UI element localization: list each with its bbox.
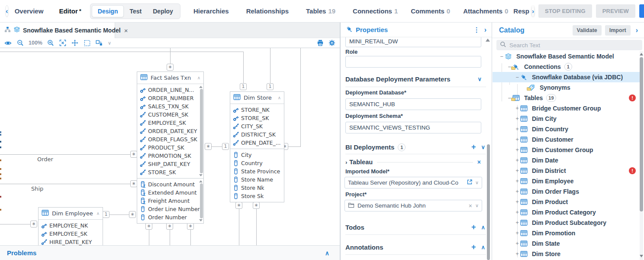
expand-plus-icon[interactable]: + bbox=[514, 168, 520, 174]
deployment-database-field[interactable] bbox=[345, 98, 481, 110]
save-button[interactable]: SAVE bbox=[639, 4, 644, 18]
stop-editing-button[interactable]: STOP EDITING bbox=[538, 4, 592, 18]
kebab-menu-icon[interactable]: ⋮ bbox=[469, 26, 484, 34]
nav-comments[interactable]: Comments0 bbox=[411, 7, 450, 15]
entity-table-fact-sales-txn[interactable]: Fact Sales Txn∧ORDER_LINE_N...ORDER_NUMB… bbox=[137, 72, 204, 224]
expand-plus-icon[interactable]: + bbox=[514, 136, 520, 143]
expand-plus-icon[interactable]: + bbox=[514, 240, 520, 247]
settings-gear-icon[interactable] bbox=[328, 39, 335, 47]
entity-field[interactable]: EMPLOYEE_NK bbox=[39, 221, 103, 230]
auto-layout-icon[interactable] bbox=[96, 39, 103, 47]
nav-scroll-right-button[interactable]: › bbox=[532, 6, 534, 16]
entity-table-header[interactable]: Fact Sales Txn∧ bbox=[137, 72, 203, 84]
tree-item-dim-country[interactable]: +Dim Country bbox=[493, 124, 640, 134]
entity-field[interactable]: DISTRICT_SK bbox=[230, 130, 284, 139]
bi-collapse-chevron-icon[interactable]: ∨ bbox=[481, 144, 485, 150]
nav-relationships[interactable]: Relationships bbox=[246, 7, 289, 15]
tab-close-icon[interactable]: × bbox=[124, 27, 128, 34]
problems-bar[interactable]: Problems ∧ bbox=[0, 245, 340, 260]
visibility-eye-icon[interactable] bbox=[4, 39, 12, 47]
zoom-in-icon[interactable] bbox=[47, 39, 55, 47]
print-icon[interactable] bbox=[316, 39, 324, 47]
entity-field[interactable]: ΣDiscount Amount bbox=[137, 180, 203, 188]
scroll-down-arrow[interactable] bbox=[199, 219, 203, 221]
scroll-up-arrow[interactable] bbox=[486, 39, 490, 42]
table-scrollbar[interactable] bbox=[200, 180, 203, 221]
entity-field[interactable]: EMPLOYEE_SK bbox=[137, 119, 203, 127]
properties-collapse-chevron-icon[interactable]: › bbox=[484, 26, 486, 34]
entity-field[interactable]: ΣFreight Amount bbox=[137, 197, 203, 205]
clear-project-icon[interactable]: × bbox=[469, 202, 472, 209]
tree-item-dim-customer[interactable]: +Dim Customer bbox=[493, 134, 640, 145]
nav-editor[interactable]: Editor bbox=[59, 7, 77, 15]
tree-item-dim-state[interactable]: +Dim State bbox=[493, 238, 640, 249]
validate-button[interactable]: Validate bbox=[573, 25, 602, 36]
tree-item-dim-customer-group[interactable]: +Dim Customer Group bbox=[493, 145, 640, 155]
entity-field[interactable]: ORDER_DATE_KEY bbox=[137, 127, 203, 135]
tab-test[interactable]: Test bbox=[124, 6, 147, 17]
properties-scrollbar[interactable] bbox=[487, 144, 490, 260]
deployment-schema-field[interactable] bbox=[345, 122, 481, 133]
entity-field[interactable]: City bbox=[230, 151, 284, 159]
tree-item-dim-promotion[interactable]: +Dim Promotion bbox=[493, 228, 640, 238]
expand-plus-icon[interactable]: + bbox=[514, 126, 520, 132]
entity-table-header[interactable]: Dim Employee∧ bbox=[39, 208, 103, 220]
entity-field[interactable]: ORDER_LINE_N... bbox=[137, 86, 203, 94]
nav-overview[interactable]: Overview bbox=[15, 7, 44, 15]
role-field[interactable] bbox=[345, 56, 481, 68]
catalog-search[interactable] bbox=[496, 40, 642, 50]
entity-field[interactable]: STORE_NK bbox=[230, 106, 284, 114]
tableau-expand-chevron-icon[interactable]: › bbox=[345, 159, 347, 166]
expand-plus-icon[interactable]: + bbox=[514, 209, 520, 215]
search-input[interactable] bbox=[509, 42, 639, 49]
annotations-collapse-chevron-icon[interactable]: ∧ bbox=[481, 244, 485, 250]
imported-model-select[interactable]: Tableau Server (Repository) and Cloud-Co… bbox=[345, 177, 482, 188]
diagram-canvas[interactable]: OrderShipFact Sales Txn∧ORDER_LINE_N...O… bbox=[0, 48, 340, 245]
collapse-minus-icon[interactable]: − bbox=[514, 74, 520, 80]
todos-collapse-chevron-icon[interactable]: ∧ bbox=[481, 224, 485, 231]
expand-plus-icon[interactable]: + bbox=[514, 116, 520, 122]
entity-field[interactable]: Country bbox=[230, 159, 284, 167]
entity-table-header[interactable]: Dim Store∧ bbox=[230, 92, 284, 104]
entity-field[interactable]: HIRE_DATE_KEY bbox=[39, 238, 103, 245]
entity-field[interactable]: SALES_TXN_SK bbox=[137, 102, 203, 110]
entity-field[interactable]: PROMOTION_SK bbox=[137, 152, 203, 160]
entity-field[interactable]: Store Name bbox=[230, 176, 284, 184]
layout-dropdown-chevron-icon[interactable]: ∨ bbox=[108, 40, 111, 46]
tree-item-snowflake-database-via-jdbc-[interactable]: −Snowflake Database (via JDBC) bbox=[493, 72, 640, 82]
collapse-minus-icon[interactable]: − bbox=[499, 53, 505, 59]
entity-field[interactable]: Store Sk bbox=[230, 192, 284, 200]
marquee-select-icon[interactable] bbox=[84, 39, 91, 47]
back-button[interactable]: ‹ bbox=[5, 5, 9, 17]
tree-item-dim-product-subcategory[interactable]: +Dim Product Subcategory bbox=[493, 218, 640, 228]
tree-item-dim-store[interactable]: +Dim Store bbox=[493, 249, 640, 259]
entity-field[interactable]: SHIP_DATE_KEY bbox=[137, 160, 203, 168]
entity-field[interactable]: ΣExtended Amount bbox=[137, 188, 203, 197]
tree-item-dim-date[interactable]: +Dim Date bbox=[493, 155, 640, 166]
tree-item-bridge-customer-group[interactable]: +Bridge Customer Group bbox=[493, 103, 640, 114]
scroll-up-arrow[interactable] bbox=[640, 53, 643, 55]
scrollbar-thumb[interactable] bbox=[200, 89, 203, 173]
expand-plus-icon[interactable]: + bbox=[514, 188, 520, 195]
tree-item-connections[interactable]: −Connections1 bbox=[493, 62, 640, 72]
entity-field[interactable]: STORE_SK bbox=[137, 168, 203, 176]
nav-resp-truncated[interactable]: Resp bbox=[513, 7, 529, 15]
tree-item-dim-order-flags[interactable]: +Dim Order Flags bbox=[493, 186, 640, 197]
nav-tables[interactable]: Tables19 bbox=[306, 7, 335, 15]
scroll-down-arrow[interactable] bbox=[640, 255, 643, 257]
nav-connections[interactable]: Connections1 bbox=[353, 7, 398, 15]
entity-field[interactable]: EMPLOYEE_SK bbox=[39, 230, 103, 238]
entity-field[interactable]: STORE_SK bbox=[230, 114, 284, 122]
tree-item-dim-employee[interactable]: +Dim Employee bbox=[493, 176, 640, 186]
tree-item-dim-product-category[interactable]: +Dim Product Category bbox=[493, 207, 640, 218]
tree-item-dim-city[interactable]: +Dim City bbox=[493, 114, 640, 124]
tree-item-tables[interactable]: −Tables19! bbox=[493, 93, 640, 103]
entity-field[interactable]: CUSTOMER_SK bbox=[137, 110, 203, 119]
entity-field[interactable]: Order Number bbox=[137, 213, 203, 221]
add-bi-deployment-icon[interactable]: + bbox=[471, 143, 476, 152]
nav-attachments[interactable]: Attachments0 bbox=[463, 7, 508, 15]
tree-item-dim-district[interactable]: +Dim District! bbox=[493, 166, 640, 176]
table-scrollbar[interactable] bbox=[200, 86, 203, 176]
preview-button[interactable]: PREVIEW bbox=[596, 4, 635, 18]
expand-plus-icon[interactable]: + bbox=[514, 178, 520, 184]
